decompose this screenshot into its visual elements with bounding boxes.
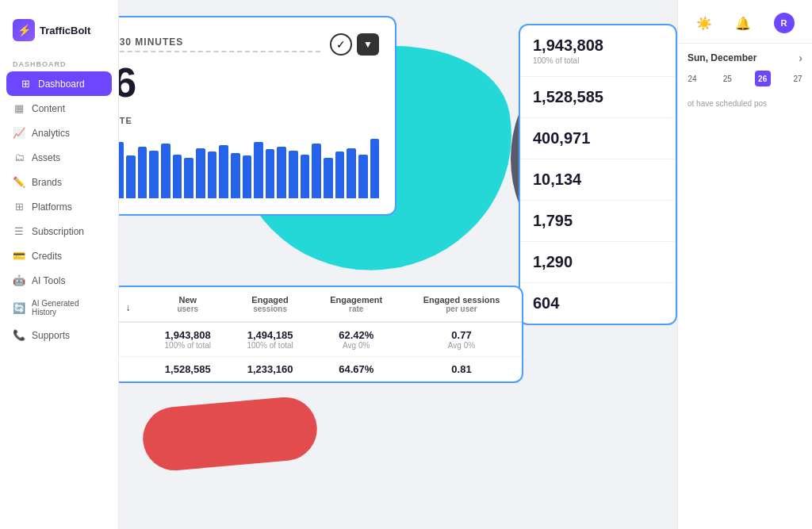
bell-icon[interactable]: 🔔 [735,16,751,31]
sidebar-item-label: AI Tools [32,275,65,286]
analytics-icon: 📈 [13,127,25,139]
app-name: TrafficBolt [40,25,90,36]
sidebar-item-label: Dashboard [38,79,85,90]
ai-tools-icon: 🤖 [13,274,25,286]
table-cell-esp-user-2: 0.81 [401,357,522,382]
sun-icon[interactable]: ☀️ [696,16,712,31]
chart-bar [243,155,252,198]
sidebar-logo: ⚡ TrafficBolt [0,13,118,54]
sidebar-item-label: Brands [32,177,62,188]
sidebar-item-content[interactable]: ▦ Content [0,96,118,121]
table-cell-engagement-rate-2: 64.67% [312,357,401,382]
brands-icon: ✏️ [13,176,25,188]
sidebar-item-ai-history[interactable]: 🔄 AI Generated History [0,293,118,323]
logo-icon: ⚡ [13,19,35,41]
stats-row: 1,528,585 [520,77,676,118]
sidebar-item-dashboard[interactable]: ⊞ Dashboard [6,71,112,96]
sidebar-item-label: Supports [32,330,70,341]
stats-number-2: 1,528,585 [533,88,663,106]
stats-row: 1,290 [520,242,676,283]
table-cell-engaged-sessions-2: 1,233,160 [229,357,312,382]
table-cell-new-users-1: 1,943,808 100% of total [147,322,229,357]
calendar-month: Sun, December › [678,44,812,67]
users-header-controls: ✓ ▼ [330,33,379,56]
stats-row: 1,943,808 100% of total [520,25,676,77]
sidebar-item-credits[interactable]: 💳 Credits [0,243,118,268]
credits-icon: 💳 [13,250,25,262]
sidebar-item-analytics[interactable]: 📈 Analytics [0,121,118,145]
check-circle-btn[interactable]: ✓ [330,33,352,56]
chart-bar [173,155,182,198]
right-panel: ☀️ 🔔 R Sun, December › 24 25 26 27 ot ha… [677,0,812,529]
sidebar-item-label: Analytics [32,128,70,139]
table-cell-esp-user-1: 0.77 Avg 0% [401,322,522,357]
chart-bar [266,149,275,198]
chart-bar [301,155,310,198]
table-row: 1,943,808 100% of total 1,494,185 100% o… [113,322,522,357]
col-header-engagement-rate: Engagement rate [312,287,401,322]
sidebar-item-assets[interactable]: 🗂 Assets [0,145,118,170]
sidebar-item-label: Credits [32,251,62,262]
cal-day-today: 26 [755,71,771,86]
stats-row: 400,971 [520,118,676,159]
content-icon: ▦ [13,102,25,114]
stats-number-1: 1,943,808 [533,36,663,55]
sidebar-item-label: AI Generated History [32,299,105,316]
sidebar-item-brands[interactable]: ✏️ Brands [0,170,118,194]
chart-bar [231,153,240,198]
data-table: ↓ New users Engaged sessions Engagement … [113,287,522,381]
sidebar-item-ai-tools[interactable]: 🤖 AI Tools [0,268,118,293]
sidebar-item-label: Content [32,103,65,114]
col-header-engaged-sessions: Engaged sessions [229,287,312,322]
col-header-new-users: New users [147,287,229,322]
table-header-row: ↓ New users Engaged sessions Engagement … [113,287,522,322]
col-header-engaged-sessions-per-user: Engaged sessions per user [401,287,522,322]
dropdown-button[interactable]: ▼ [357,33,379,56]
table-cell-engagement-rate-1: 62.42% Avg 0% [312,322,401,357]
chart-bar [370,139,380,198]
chart-bar [289,151,298,198]
chart-bar [324,158,333,198]
sidebar-item-platforms[interactable]: ⊞ Platforms [0,194,118,219]
cal-day: 27 [790,71,806,86]
chart-bar [312,144,321,198]
table-cell-new-users-2: 1,528,585 [147,357,229,382]
stats-number-5: 1,795 [533,212,663,230]
sidebar-item-label: Platforms [32,201,72,213]
stats-row: 604 [520,283,676,324]
sidebar-item-label: Assets [32,152,60,163]
stats-sub-1: 100% of total [533,56,663,65]
right-panel-header: ☀️ 🔔 R [678,10,812,44]
stats-number-3: 400,971 [533,129,663,148]
chart-bar [126,155,136,198]
assets-icon: 🗂 [13,151,25,163]
cal-day: 25 [719,71,735,86]
chart-bar [196,148,205,198]
sidebar-item-label: Subscription [32,226,84,237]
cal-day: 24 [684,71,700,86]
chart-bar [347,148,356,198]
calendar-arrow[interactable]: › [799,52,802,64]
chart-bar [219,145,228,198]
ai-history-icon: 🔄 [13,302,25,314]
chart-bar [358,155,368,198]
stats-right-panel: 1,943,808 100% of total 1,528,585 400,97… [519,24,677,325]
chart-bar [254,142,263,198]
bg-blob-red [140,395,320,473]
chart-bar [335,151,345,198]
platforms-icon: ⊞ [13,201,25,213]
scheduled-section: ot have scheduled pos [678,91,812,116]
stats-number-7: 604 [533,294,663,312]
calendar-row: 24 25 26 27 [684,71,806,86]
sidebar: ⚡ TrafficBolt DASHBOARD ⊞ Dashboard ▦ Co… [0,0,119,529]
stats-number-4: 10,134 [533,171,663,189]
sidebar-item-supports[interactable]: 📞 Supports [0,323,118,347]
stats-row: 1,795 [520,201,676,242]
supports-icon: 📞 [13,329,25,341]
dashboard-icon: ⊞ [19,78,32,90]
avatar: R [774,13,795,33]
calendar-grid: 24 25 26 27 [678,67,812,91]
sidebar-item-subscription[interactable]: ☰ Subscription [0,219,118,243]
stats-number-6: 1,290 [533,253,663,271]
sidebar-section-label: DASHBOARD [0,54,118,71]
